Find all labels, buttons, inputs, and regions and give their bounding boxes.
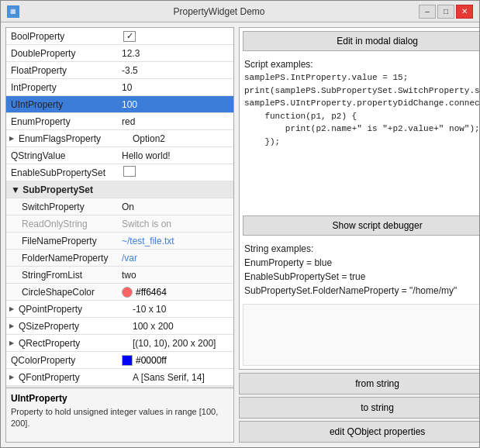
prop-value: On — [119, 202, 233, 212]
prop-name: DoubleProperty — [6, 48, 119, 59]
table-row[interactable]: QColorProperty #0000ff — [6, 352, 233, 369]
prop-name: QSizeProperty — [17, 321, 129, 332]
description-text: Property to hold unsigned integer values… — [11, 406, 229, 430]
prop-name: QFontProperty — [17, 372, 129, 383]
table-row[interactable]: QStringValue Hello world! — [6, 147, 233, 164]
prop-name: EnumFlagsProperty — [17, 133, 129, 144]
table-row[interactable]: SwitchProperty On — [6, 198, 233, 215]
to-string-button[interactable]: to string — [239, 397, 479, 419]
app-icon: ▦ — [7, 5, 19, 18]
script-area: Script examples: samplePS.IntProperty.va… — [240, 54, 479, 212]
prop-value: /var — [119, 253, 233, 264]
property-panel: BoolProperty DoubleProperty 12.3 FloatPr… — [5, 27, 234, 443]
description-panel: UIntProperty Property to hold unsigned i… — [6, 388, 233, 442]
table-row[interactable]: ▶ EnumFlagsProperty Option2 — [6, 130, 233, 147]
edit-qobject-button[interactable]: edit QObject properties — [239, 421, 479, 443]
table-row-selected[interactable]: UIntProperty 100 — [6, 96, 233, 113]
from-string-button[interactable]: from string — [239, 373, 479, 395]
table-row[interactable]: EnableSubPropertySet — [6, 164, 233, 181]
minimize-button[interactable]: – — [419, 5, 436, 19]
table-row[interactable]: FileNameProperty ~/test_file.txt — [6, 233, 233, 250]
string-examples-area: String examples: EnumProperty = blue Ena… — [240, 239, 479, 301]
action-buttons: from string to string edit QObject prope… — [239, 373, 479, 443]
prop-value: Hello world! — [119, 150, 233, 161]
script-panel: Edit in modal dialog Script examples: sa… — [239, 27, 479, 370]
prop-name: QRectProperty — [17, 338, 129, 349]
prop-name: QColorProperty — [6, 355, 119, 366]
prop-value: red — [119, 116, 233, 127]
color-square-icon — [122, 355, 133, 366]
table-row[interactable]: ▶ QSizeProperty 100 x 200 — [6, 318, 233, 335]
table-row[interactable]: ▶ QFontProperty A [Sans Serif, 14] — [6, 369, 233, 386]
prop-name: FileNameProperty — [6, 236, 119, 246]
string-examples-text: EnumProperty = blue EnableSubPropertySet… — [244, 256, 479, 298]
expand-arrow-icon[interactable]: ▶ — [6, 322, 17, 329]
window-title: PropertyWidget Demo — [19, 6, 419, 17]
main-content: BoolProperty DoubleProperty 12.3 FloatPr… — [1, 22, 479, 447]
prop-value: 100 — [119, 99, 233, 110]
table-row[interactable]: CircleShapeColor #ff6464 — [6, 284, 233, 301]
prop-name: QPointProperty — [17, 304, 129, 315]
prop-value: A [Sans Serif, 14] — [129, 372, 233, 383]
script-debugger-button[interactable]: Show script debugger — [243, 215, 479, 236]
maximize-button[interactable]: □ — [437, 5, 454, 19]
prop-name: FolderNameProperty — [6, 253, 119, 264]
prop-name: EnableSubPropertySet — [6, 167, 119, 178]
table-row[interactable]: IntProperty 10 — [6, 79, 233, 96]
prop-value: Option2 — [129, 133, 233, 144]
bool-checkbox[interactable] — [123, 31, 136, 42]
prop-value — [119, 166, 233, 179]
expand-arrow-icon[interactable]: ▶ — [6, 339, 17, 346]
table-row: ReadOnlyString Switch is on — [6, 215, 233, 233]
table-row[interactable]: FloatProperty -3.5 — [6, 62, 233, 79]
prop-value: [(10, 10), 200 x 200] — [129, 338, 233, 349]
prop-value — [119, 30, 233, 42]
prop-name: QStringValue — [6, 150, 119, 161]
table-row[interactable]: FolderNameProperty /var — [6, 250, 233, 267]
prop-value: ~/test_file.txt — [119, 236, 233, 246]
prop-value: -10 x 10 — [129, 304, 233, 315]
script-label: Script examples: — [244, 57, 479, 71]
prop-name: UIntProperty — [6, 99, 119, 110]
prop-value: 12.3 — [119, 48, 233, 59]
expand-arrow-icon[interactable]: ▶ — [6, 305, 17, 312]
table-row[interactable]: EnumProperty red — [6, 113, 233, 130]
prop-value: two — [119, 270, 233, 281]
prop-value: 10 — [119, 82, 233, 93]
color-dot-icon — [122, 287, 133, 298]
prop-name: IntProperty — [6, 82, 119, 93]
table-row[interactable]: DoubleProperty 12.3 — [6, 45, 233, 62]
table-row[interactable]: StringFromList two — [6, 267, 233, 284]
prop-name: ReadOnlyString — [6, 219, 119, 229]
prop-name: BoolProperty — [6, 31, 119, 42]
prop-value: #0000ff — [119, 355, 233, 366]
prop-name: EnumProperty — [6, 116, 119, 127]
prop-value: #ff6464 — [119, 287, 233, 298]
prop-name: StringFromList — [6, 270, 119, 281]
expand-arrow-icon[interactable]: ▶ — [6, 135, 17, 142]
script-code: samplePS.IntProperty.value = 15; print(s… — [244, 71, 479, 148]
table-row[interactable]: BoolProperty — [6, 28, 233, 45]
close-button[interactable]: ✕ — [456, 5, 473, 19]
string-label: String examples: — [244, 242, 479, 256]
property-table[interactable]: BoolProperty DoubleProperty 12.3 FloatPr… — [6, 28, 233, 388]
modal-dialog-button[interactable]: Edit in modal dialog — [243, 31, 479, 51]
table-row[interactable]: ▶ QRectProperty [(10, 10), 200 x 200] — [6, 335, 233, 352]
prop-value: -3.5 — [119, 65, 233, 76]
main-window: ▦ PropertyWidget Demo – □ ✕ BoolProperty — [0, 0, 480, 448]
prop-name: CircleShapeColor — [6, 287, 119, 298]
prop-value: 100 x 200 — [129, 321, 233, 332]
table-row[interactable]: ▶ QPointProperty -10 x 10 — [6, 301, 233, 318]
window-controls: – □ ✕ — [419, 5, 473, 19]
prop-name: SwitchProperty — [6, 202, 119, 212]
expand-arrow-icon[interactable]: ▶ — [6, 374, 17, 381]
prop-value: Switch is on — [119, 219, 233, 229]
section-row[interactable]: ▼ SubPropertySet — [6, 181, 233, 198]
title-bar: ▦ PropertyWidget Demo – □ ✕ — [1, 1, 479, 22]
prop-name: FloatProperty — [6, 65, 119, 76]
right-panel: Edit in modal dialog Script examples: sa… — [239, 27, 479, 443]
description-title: UIntProperty — [11, 393, 229, 404]
enable-sub-checkbox[interactable] — [123, 166, 136, 177]
title-bar-left: ▦ — [7, 5, 19, 18]
string-canvas — [243, 304, 479, 366]
